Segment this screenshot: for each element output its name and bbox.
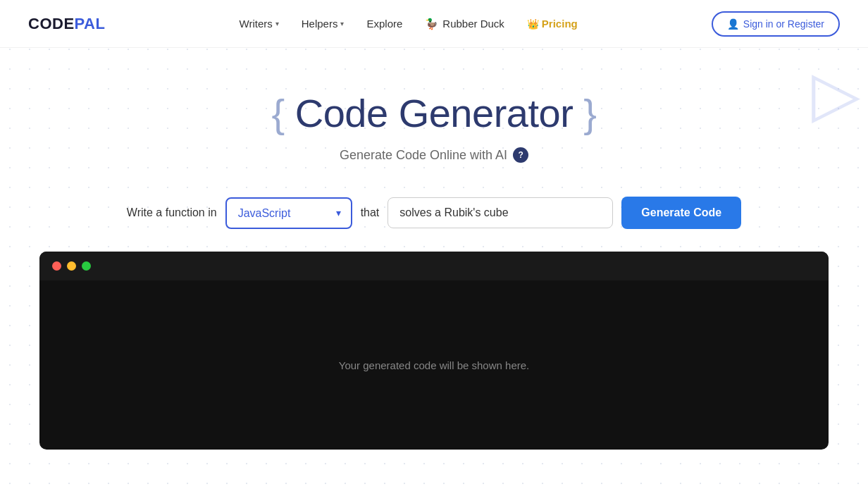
connector-label: that (361, 206, 380, 219)
rubber-duck-icon: 🦆 (425, 18, 438, 30)
title-text: Code Generator (285, 91, 584, 135)
prefix-label: Write a function in (127, 206, 217, 219)
language-select[interactable]: JavaScript Python TypeScript Java C++ C#… (238, 207, 323, 219)
code-placeholder-text: Your generated code will be shown here. (339, 359, 529, 371)
main-nav: Writers ▾ Helpers ▾ Explore 🦆 Rubber Duc… (240, 18, 578, 30)
function-input[interactable] (388, 197, 613, 228)
nav-item-helpers[interactable]: Helpers ▾ (302, 18, 345, 30)
sign-in-label: Sign in or Register (743, 18, 824, 30)
traffic-dot-red (52, 261, 61, 271)
nav-helpers-chevron: ▾ (340, 20, 344, 27)
subtitle-text: Generate Code Online with AI (340, 148, 507, 163)
nav-rubber-duck-label: Rubber Duck (442, 18, 504, 30)
nav-item-explore[interactable]: Explore (366, 18, 402, 30)
nav-explore-label: Explore (366, 18, 402, 30)
nav-helpers-label: Helpers (302, 18, 338, 30)
generate-button[interactable]: Generate Code (621, 197, 741, 229)
code-panel-header (39, 252, 829, 280)
code-panel-body: Your generated code will be shown here. (39, 280, 829, 450)
nav-pricing-label: Pricing (542, 18, 578, 30)
select-chevron-icon: ▾ (336, 207, 341, 218)
help-icon[interactable]: ? (513, 147, 528, 163)
nav-item-writers[interactable]: Writers ▾ (240, 18, 279, 30)
brace-close: } (583, 91, 596, 135)
generator-row: Write a function in JavaScript Python Ty… (127, 197, 741, 229)
subtitle: Generate Code Online with AI ? (340, 147, 528, 163)
traffic-dot-yellow (67, 261, 76, 271)
main-content: { Code Generator } Generate Code Online … (0, 48, 868, 450)
user-icon: 👤 (727, 18, 739, 30)
logo[interactable]: CODEPAL (28, 15, 105, 33)
traffic-dot-green (82, 261, 91, 271)
language-select-wrapper[interactable]: JavaScript Python TypeScript Java C++ C#… (225, 197, 352, 229)
nav-writers-chevron: ▾ (275, 20, 279, 27)
nav-item-pricing[interactable]: 👑 Pricing (527, 18, 578, 30)
crown-icon: 👑 (527, 18, 539, 30)
sign-in-button[interactable]: 👤 Sign in or Register (712, 11, 840, 37)
logo-text-pal: PAL (75, 15, 106, 32)
logo-text-code: CODE (28, 15, 75, 32)
code-output-panel: Your generated code will be shown here. (39, 252, 829, 450)
page-title: { Code Generator } (271, 90, 596, 136)
nav-writers-label: Writers (240, 18, 273, 30)
generate-label: Generate Code (641, 206, 721, 218)
nav-item-rubber-duck[interactable]: 🦆 Rubber Duck (425, 18, 504, 30)
header: CODEPAL Writers ▾ Helpers ▾ Explore 🦆 Ru… (0, 0, 868, 48)
brace-open: { (271, 91, 284, 135)
